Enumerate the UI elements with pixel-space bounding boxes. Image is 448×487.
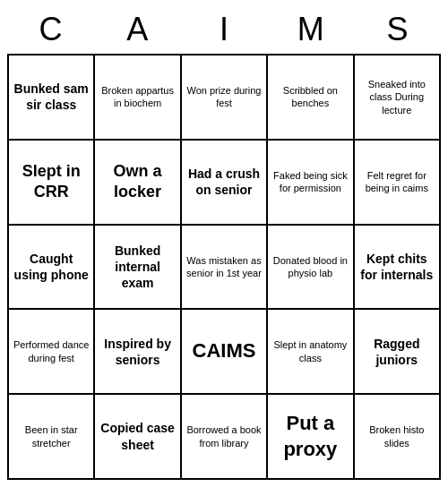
header-letter: C <box>11 11 90 48</box>
cell-text: Slept in CRR <box>12 161 90 203</box>
cell-text: Bunked sam sir class <box>12 81 90 113</box>
bingo-cell[interactable]: Donated blood in physio lab <box>268 226 354 311</box>
header-letter: M <box>271 11 350 48</box>
bingo-cell[interactable]: Put a proxy <box>268 395 354 480</box>
bingo-cell[interactable]: Ragged juniors <box>355 310 441 395</box>
bingo-cell[interactable]: Scribbled on benches <box>268 56 354 141</box>
cell-text: Broken histo slides <box>358 423 436 449</box>
bingo-cell[interactable]: Performed dance during fest <box>9 310 95 395</box>
cell-text: Inspired by seniors <box>98 336 177 368</box>
cell-text: Felt regret for being in caims <box>358 169 436 195</box>
bingo-cell[interactable]: Felt regret for being in caims <box>355 141 441 226</box>
cell-text: Scribbled on benches <box>271 84 349 110</box>
cell-text: Broken appartus in biochem <box>98 84 177 110</box>
bingo-cell[interactable]: Borrowed a book from library <box>182 395 268 480</box>
cell-text: Sneaked into class During lecture <box>358 78 436 116</box>
bingo-cell[interactable]: Bunked sam sir class <box>9 56 95 141</box>
cell-text: Ragged juniors <box>358 336 436 368</box>
cell-text: CAIMS <box>193 338 256 364</box>
bingo-cell[interactable]: Won prize during fest <box>182 56 268 141</box>
bingo-cell[interactable]: Been in star stretcher <box>9 395 95 480</box>
cell-text: Copied case sheet <box>98 420 177 452</box>
cell-text: Been in star stretcher <box>12 423 90 449</box>
cell-text: Performed dance during fest <box>12 338 90 364</box>
bingo-cell[interactable]: Own a locker <box>95 141 181 226</box>
cell-text: Was mistaken as senior in 1st year <box>185 254 263 280</box>
header-letter: S <box>358 11 437 48</box>
cell-text: Put a proxy <box>271 411 349 462</box>
bingo-cell[interactable]: Caught using phone <box>9 226 95 311</box>
cell-text: Kept chits for internals <box>358 251 436 283</box>
bingo-cell[interactable]: Sneaked into class During lecture <box>355 56 441 141</box>
cell-text: Donated blood in physio lab <box>271 254 349 280</box>
bingo-cell[interactable]: Was mistaken as senior in 1st year <box>182 226 268 311</box>
cell-text: Caught using phone <box>12 251 90 283</box>
bingo-cell[interactable]: Broken histo slides <box>355 395 441 480</box>
cell-text: Faked being sick for permission <box>271 169 349 195</box>
bingo-cell[interactable]: Slept in CRR <box>9 141 95 226</box>
bingo-cell[interactable]: Slept in anatomy class <box>268 310 354 395</box>
cell-text: Slept in anatomy class <box>271 338 349 364</box>
bingo-grid: Bunked sam sir classBroken appartus in b… <box>7 54 441 480</box>
header-letter: I <box>185 11 263 48</box>
bingo-cell[interactable]: Had a crush on senior <box>182 141 268 226</box>
cell-text: Bunked internal exam <box>98 243 177 292</box>
bingo-cell[interactable]: Inspired by seniors <box>95 310 181 395</box>
cell-text: Won prize during fest <box>185 84 263 110</box>
header-letter: A <box>98 11 177 48</box>
cell-text: Own a locker <box>98 161 177 203</box>
cell-text: Had a crush on senior <box>185 166 263 198</box>
bingo-cell[interactable]: Bunked internal exam <box>95 226 181 311</box>
bingo-cell[interactable]: CAIMS <box>182 310 268 395</box>
bingo-header: CAIMS <box>7 7 441 54</box>
cell-text: Borrowed a book from library <box>185 423 263 449</box>
bingo-cell[interactable]: Copied case sheet <box>95 395 181 480</box>
bingo-cell[interactable]: Faked being sick for permission <box>268 141 354 226</box>
bingo-cell[interactable]: Broken appartus in biochem <box>95 56 181 141</box>
bingo-cell[interactable]: Kept chits for internals <box>355 226 441 311</box>
